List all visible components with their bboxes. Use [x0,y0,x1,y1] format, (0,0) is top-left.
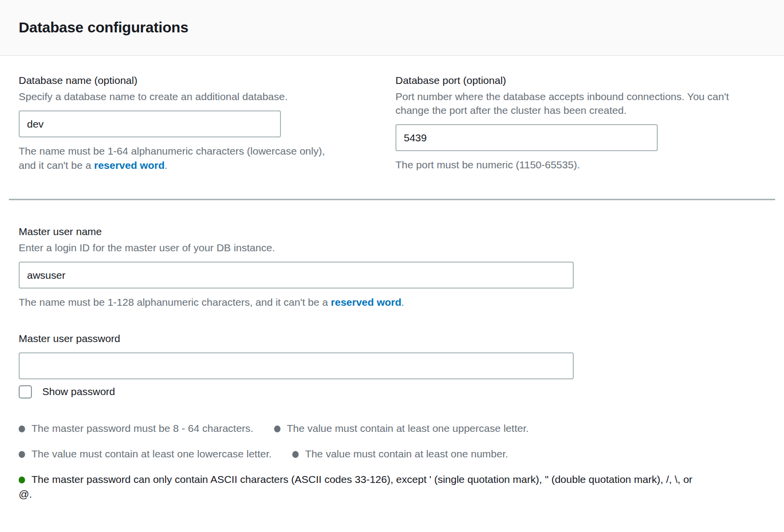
panel-header: Database configurations [0,0,784,56]
master-user-section: Master user name Enter a login ID for th… [0,225,784,502]
show-password-label: Show password [42,385,115,399]
password-rules-row: The master password must be 8 - 64 chara… [19,421,765,435]
constraint-text-suffix: . [401,296,404,308]
show-password-checkbox[interactable] [19,385,32,399]
constraint-text-suffix: . [165,160,168,171]
database-port-input[interactable] [395,124,658,151]
master-user-name-input[interactable] [19,262,574,289]
field-database-port: Database port (optional) Port number whe… [395,74,765,172]
field-master-user-password: Master user password Show password [19,332,765,399]
rule-text: The value must contain at least one numb… [305,448,508,459]
section-divider [9,199,775,200]
field-master-user-name: Master user name Enter a login ID for th… [19,225,765,309]
master-user-name-constraint: The name must be 1-128 alphanumeric char… [19,295,765,309]
database-settings-row: Database name (optional) Specify a datab… [0,74,784,172]
rule-bullet-icon [19,426,25,432]
page-title: Database configurations [19,19,188,36]
database-name-constraint: The name must be 1-64 alphanumeric chara… [19,144,343,172]
password-rule: The value must contain at least one uppe… [274,423,529,434]
field-database-name: Database name (optional) Specify a datab… [19,74,373,172]
rule-bullet-icon [19,451,25,458]
password-rule-satisfied: The master password can only contain ASC… [19,472,702,502]
constraint-text: The name must be 1-128 alphanumeric char… [19,296,331,308]
database-name-label: Database name (optional) [19,74,373,87]
password-rules-row: The value must contain at least one lowe… [19,447,765,461]
master-user-password-input[interactable] [19,352,574,379]
password-rules-list: The master password must be 8 - 64 chara… [19,421,765,502]
master-user-name-label: Master user name [19,225,765,239]
database-port-label: Database port (optional) [395,74,765,87]
rule-text: The master password must be 8 - 64 chara… [31,423,253,434]
reserved-word-link[interactable]: reserved word [331,296,402,308]
database-port-description: Port number where the database accepts i… [395,90,739,117]
password-rule: The value must contain at least one numb… [292,448,508,459]
reserved-word-link[interactable]: reserved word [94,160,165,171]
rule-text: The master password can only contain ASC… [19,474,693,500]
show-password-control[interactable]: Show password [19,385,115,399]
rule-ok-bullet-icon [19,477,25,483]
constraint-text: The name must be 1-64 alphanumeric chara… [19,145,325,171]
password-rule: The master password must be 8 - 64 chara… [19,423,253,434]
database-name-input[interactable] [19,110,281,137]
rule-text: The value must contain at least one uppe… [287,423,529,434]
rule-text: The value must contain at least one lowe… [31,448,272,459]
master-user-name-description: Enter a login ID for the master user of … [19,241,765,255]
database-name-description: Specify a database name to create an add… [19,90,373,104]
password-rule: The value must contain at least one lowe… [19,448,272,459]
rule-bullet-icon [274,426,280,432]
rule-bullet-icon [292,451,299,458]
database-port-constraint: The port must be numeric (1150-65535). [395,158,765,172]
database-configurations-panel: Database configurations Database name (o… [0,0,784,502]
master-user-password-label: Master user password [19,332,765,346]
